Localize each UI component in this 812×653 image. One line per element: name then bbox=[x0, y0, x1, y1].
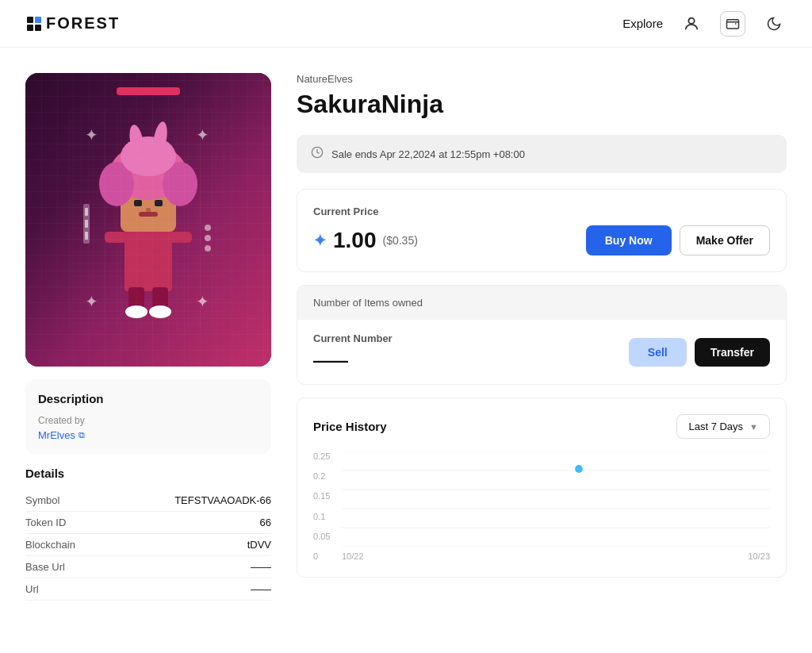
chevron-down-icon: ▼ bbox=[749, 422, 758, 432]
navbar: FOREST Explore bbox=[0, 0, 812, 48]
detail-label: Blockchain bbox=[25, 539, 75, 551]
svg-rect-32 bbox=[85, 232, 88, 240]
svg-rect-30 bbox=[85, 208, 88, 216]
svg-point-9 bbox=[110, 144, 186, 200]
svg-point-10 bbox=[99, 162, 134, 206]
svg-rect-16 bbox=[155, 200, 163, 206]
svg-point-33 bbox=[205, 225, 211, 231]
creator-link[interactable]: MrElves ⧉ bbox=[38, 429, 259, 441]
sale-banner: Sale ends Apr 22,2024 at 12:55pm +08:00 bbox=[297, 135, 787, 173]
details-rows: Symbol TEFSTVAAOADK-66 Token ID 66 Block… bbox=[25, 490, 271, 601]
sell-button[interactable]: Sell bbox=[629, 338, 687, 367]
nft-title: SakuraNinja bbox=[297, 90, 787, 119]
svg-point-34 bbox=[205, 235, 211, 241]
svg-point-35 bbox=[205, 245, 211, 252]
svg-point-43 bbox=[575, 465, 583, 473]
chart-svg bbox=[342, 451, 770, 547]
left-panel: ✦ ✦ ✦ ✦ Description Created bbox=[25, 73, 271, 601]
svg-rect-21 bbox=[128, 287, 144, 311]
description-section: Description Created by MrElves ⧉ bbox=[25, 379, 271, 454]
time-range-dropdown[interactable]: Last 7 Days ▼ bbox=[676, 414, 770, 439]
buy-now-button[interactable]: Buy Now bbox=[586, 225, 672, 255]
logo[interactable]: FOREST bbox=[25, 14, 120, 33]
owned-header: Number of Items owned bbox=[297, 286, 786, 320]
nft-image: ✦ ✦ ✦ ✦ bbox=[25, 73, 271, 367]
svg-rect-0 bbox=[27, 17, 33, 23]
price-value: ✦ 1.00 ($0.35) bbox=[313, 228, 418, 253]
svg-rect-15 bbox=[134, 200, 142, 206]
detail-value: tDVV bbox=[247, 539, 271, 551]
crypto-icon: ✦ bbox=[313, 231, 327, 250]
price-chart bbox=[342, 451, 770, 547]
right-panel: NatureElves SakuraNinja Sale ends Apr 22… bbox=[297, 73, 787, 601]
svg-text:✦: ✦ bbox=[85, 126, 98, 144]
owned-left: Current Number —— bbox=[313, 332, 393, 371]
svg-point-24 bbox=[149, 305, 171, 318]
detail-value: —— bbox=[251, 583, 271, 595]
price-history-section: Price History Last 7 Days ▼ 0.25 0.2 0.1… bbox=[297, 398, 787, 578]
svg-rect-19 bbox=[105, 232, 127, 243]
detail-label: Url bbox=[25, 583, 39, 595]
sale-text: Sale ends Apr 22,2024 at 12:55pm +08:00 bbox=[331, 148, 525, 160]
wallet-icon[interactable] bbox=[720, 11, 745, 36]
time-range-label: Last 7 Days bbox=[688, 421, 743, 432]
detail-row: Blockchain tDVV bbox=[25, 534, 271, 556]
explore-link[interactable]: Explore bbox=[622, 17, 663, 30]
details-section: Details Symbol TEFSTVAAOADK-66 Token ID … bbox=[25, 467, 271, 601]
detail-row: Base Url —— bbox=[25, 556, 271, 578]
price-amount: 1.00 bbox=[333, 228, 377, 253]
make-offer-button[interactable]: Make Offer bbox=[680, 225, 770, 255]
detail-value: —— bbox=[251, 561, 271, 573]
chart-wrapper: 0.25 0.2 0.15 0.1 0.05 0 bbox=[313, 451, 770, 561]
theme-toggle-icon[interactable] bbox=[761, 11, 787, 36]
details-title: Details bbox=[25, 467, 271, 480]
price-history-header: Price History Last 7 Days ▼ bbox=[313, 414, 770, 439]
svg-rect-29 bbox=[83, 204, 90, 244]
price-row: ✦ 1.00 ($0.35) Buy Now Make Offer bbox=[313, 225, 770, 255]
svg-point-23 bbox=[125, 305, 147, 318]
detail-label: Symbol bbox=[25, 494, 59, 506]
svg-rect-2 bbox=[27, 25, 33, 31]
external-link-icon: ⧉ bbox=[79, 430, 85, 440]
owned-section: Number of Items owned Current Number —— … bbox=[297, 285, 787, 385]
svg-point-12 bbox=[121, 136, 176, 176]
price-usd: ($0.35) bbox=[383, 234, 418, 247]
price-label: Current Price bbox=[313, 206, 770, 217]
svg-point-4 bbox=[688, 17, 694, 23]
navbar-right: Explore bbox=[622, 11, 787, 36]
svg-text:✦: ✦ bbox=[196, 293, 209, 310]
owned-buttons: Sell Transfer bbox=[629, 338, 770, 367]
svg-point-11 bbox=[163, 162, 197, 206]
owned-body: Current Number —— Sell Transfer bbox=[297, 320, 786, 384]
nft-image-container: ✦ ✦ ✦ ✦ bbox=[25, 73, 271, 367]
svg-text:✦: ✦ bbox=[196, 126, 209, 144]
owned-value: —— bbox=[313, 351, 393, 371]
collection-name: NatureElves bbox=[297, 73, 787, 85]
detail-value: TEFSTVAAOADK-66 bbox=[174, 494, 271, 506]
svg-rect-5 bbox=[727, 19, 739, 28]
svg-rect-6 bbox=[69, 109, 228, 331]
main-content: ✦ ✦ ✦ ✦ Description Created bbox=[0, 48, 812, 626]
svg-rect-3 bbox=[35, 25, 41, 31]
profile-icon[interactable] bbox=[679, 11, 704, 36]
price-history-title: Price History bbox=[313, 420, 387, 433]
svg-rect-18 bbox=[146, 208, 151, 212]
svg-rect-8 bbox=[121, 180, 176, 232]
chart-y-labels: 0.25 0.2 0.15 0.1 0.05 0 bbox=[313, 451, 330, 561]
nft-top-bar-decoration bbox=[117, 87, 180, 95]
svg-rect-17 bbox=[139, 212, 158, 217]
detail-row: Token ID 66 bbox=[25, 512, 271, 534]
svg-rect-31 bbox=[85, 220, 88, 228]
clock-icon bbox=[311, 146, 324, 162]
svg-text:✦: ✦ bbox=[85, 293, 98, 310]
price-buttons: Buy Now Make Offer bbox=[586, 225, 770, 255]
created-by-label: Created by bbox=[38, 415, 259, 426]
svg-rect-7 bbox=[124, 228, 172, 291]
owned-label: Current Number bbox=[313, 332, 393, 344]
detail-row: Url —— bbox=[25, 578, 271, 601]
transfer-button[interactable]: Transfer bbox=[695, 338, 770, 367]
description-title: Description bbox=[38, 392, 259, 405]
svg-rect-22 bbox=[152, 287, 168, 311]
detail-row: Symbol TEFSTVAAOADK-66 bbox=[25, 490, 271, 512]
svg-point-14 bbox=[151, 121, 169, 157]
